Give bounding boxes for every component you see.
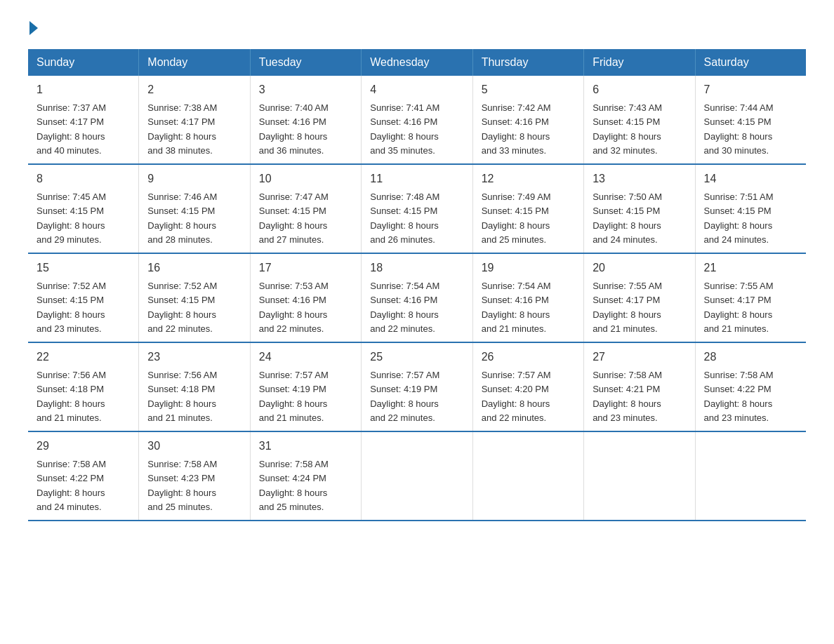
- header-monday: Monday: [139, 49, 250, 76]
- calendar-cell: 2 Sunrise: 7:38 AMSunset: 4:17 PMDayligh…: [139, 76, 250, 164]
- day-info: Sunrise: 7:49 AMSunset: 4:15 PMDaylight:…: [482, 192, 551, 245]
- day-info: Sunrise: 7:55 AMSunset: 4:17 PMDaylight:…: [593, 281, 662, 334]
- day-number: 26: [482, 349, 575, 365]
- calendar-cell: 8 Sunrise: 7:45 AMSunset: 4:15 PMDayligh…: [28, 164, 139, 253]
- day-info: Sunrise: 7:50 AMSunset: 4:15 PMDaylight:…: [593, 192, 662, 245]
- day-info: Sunrise: 7:56 AMSunset: 4:18 PMDaylight:…: [37, 370, 106, 423]
- day-number: 18: [370, 260, 463, 276]
- calendar-cell: 12 Sunrise: 7:49 AMSunset: 4:15 PMDaylig…: [472, 164, 583, 253]
- day-number: 22: [37, 349, 130, 365]
- header-wednesday: Wednesday: [362, 49, 472, 76]
- day-info: Sunrise: 7:52 AMSunset: 4:15 PMDaylight:…: [37, 281, 106, 334]
- day-info: Sunrise: 7:56 AMSunset: 4:18 PMDaylight:…: [147, 370, 217, 423]
- calendar-cell: [472, 431, 583, 521]
- day-info: Sunrise: 7:58 AMSunset: 4:22 PMDaylight:…: [37, 459, 106, 512]
- day-info: Sunrise: 7:58 AMSunset: 4:21 PMDaylight:…: [593, 370, 662, 423]
- logo-arrow-icon: [29, 21, 38, 35]
- day-number: 15: [37, 260, 130, 276]
- day-number: 13: [593, 170, 686, 187]
- calendar-week-row: 1 Sunrise: 7:37 AMSunset: 4:17 PMDayligh…: [28, 76, 806, 164]
- day-info: Sunrise: 7:47 AMSunset: 4:15 PMDaylight:…: [259, 192, 329, 245]
- calendar-cell: 22 Sunrise: 7:56 AMSunset: 4:18 PMDaylig…: [28, 342, 139, 431]
- day-info: Sunrise: 7:51 AMSunset: 4:15 PMDaylight:…: [704, 192, 774, 245]
- day-number: 6: [593, 81, 686, 98]
- calendar-cell: 10 Sunrise: 7:47 AMSunset: 4:15 PMDaylig…: [250, 164, 361, 253]
- calendar-cell: 20 Sunrise: 7:55 AMSunset: 4:17 PMDaylig…: [584, 253, 695, 342]
- day-info: Sunrise: 7:54 AMSunset: 4:16 PMDaylight:…: [370, 281, 439, 334]
- header-saturday: Saturday: [695, 49, 806, 76]
- day-info: Sunrise: 7:53 AMSunset: 4:16 PMDaylight:…: [259, 281, 329, 334]
- calendar-cell: [584, 431, 695, 521]
- calendar-cell: 9 Sunrise: 7:46 AMSunset: 4:15 PMDayligh…: [139, 164, 250, 253]
- day-info: Sunrise: 7:52 AMSunset: 4:15 PMDaylight:…: [147, 281, 217, 334]
- day-number: 4: [370, 81, 463, 98]
- day-number: 2: [147, 81, 241, 98]
- calendar-cell: 16 Sunrise: 7:52 AMSunset: 4:15 PMDaylig…: [139, 253, 250, 342]
- calendar-cell: [695, 431, 806, 521]
- calendar-cell: 5 Sunrise: 7:42 AMSunset: 4:16 PMDayligh…: [472, 76, 583, 164]
- header-tuesday: Tuesday: [250, 49, 361, 76]
- day-number: 11: [370, 170, 463, 187]
- day-number: 27: [593, 349, 686, 365]
- day-info: Sunrise: 7:54 AMSunset: 4:16 PMDaylight:…: [482, 281, 551, 334]
- day-number: 23: [147, 349, 241, 365]
- day-info: Sunrise: 7:38 AMSunset: 4:17 PMDaylight:…: [147, 102, 217, 156]
- calendar-cell: 4 Sunrise: 7:41 AMSunset: 4:16 PMDayligh…: [362, 76, 472, 164]
- day-number: 10: [259, 170, 352, 187]
- calendar-cell: 14 Sunrise: 7:51 AMSunset: 4:15 PMDaylig…: [695, 164, 806, 253]
- day-info: Sunrise: 7:58 AMSunset: 4:24 PMDaylight:…: [259, 459, 329, 512]
- header-friday: Friday: [584, 49, 695, 76]
- day-number: 5: [482, 81, 575, 98]
- calendar-cell: 3 Sunrise: 7:40 AMSunset: 4:16 PMDayligh…: [250, 76, 361, 164]
- calendar-cell: 26 Sunrise: 7:57 AMSunset: 4:20 PMDaylig…: [472, 342, 583, 431]
- calendar-cell: 11 Sunrise: 7:48 AMSunset: 4:15 PMDaylig…: [362, 164, 472, 253]
- day-info: Sunrise: 7:42 AMSunset: 4:16 PMDaylight:…: [482, 102, 551, 156]
- calendar-week-row: 22 Sunrise: 7:56 AMSunset: 4:18 PMDaylig…: [28, 342, 806, 431]
- calendar-week-row: 8 Sunrise: 7:45 AMSunset: 4:15 PMDayligh…: [28, 164, 806, 253]
- day-info: Sunrise: 7:43 AMSunset: 4:15 PMDaylight:…: [593, 102, 662, 156]
- header-thursday: Thursday: [472, 49, 583, 76]
- day-info: Sunrise: 7:40 AMSunset: 4:16 PMDaylight:…: [259, 102, 329, 156]
- page-header: [28, 21, 806, 35]
- day-number: 17: [259, 260, 352, 276]
- day-info: Sunrise: 7:44 AMSunset: 4:15 PMDaylight:…: [704, 102, 774, 156]
- day-number: 25: [370, 349, 463, 365]
- calendar-cell: 24 Sunrise: 7:57 AMSunset: 4:19 PMDaylig…: [250, 342, 361, 431]
- calendar-cell: 6 Sunrise: 7:43 AMSunset: 4:15 PMDayligh…: [584, 76, 695, 164]
- day-number: 12: [482, 170, 575, 187]
- calendar-cell: 28 Sunrise: 7:58 AMSunset: 4:22 PMDaylig…: [695, 342, 806, 431]
- day-info: Sunrise: 7:45 AMSunset: 4:15 PMDaylight:…: [37, 192, 106, 245]
- day-number: 19: [482, 260, 575, 276]
- day-info: Sunrise: 7:55 AMSunset: 4:17 PMDaylight:…: [704, 281, 774, 334]
- day-number: 21: [704, 260, 797, 276]
- day-number: 30: [147, 438, 241, 455]
- calendar-cell: 21 Sunrise: 7:55 AMSunset: 4:17 PMDaylig…: [695, 253, 806, 342]
- day-info: Sunrise: 7:58 AMSunset: 4:23 PMDaylight:…: [147, 459, 217, 512]
- calendar-cell: 19 Sunrise: 7:54 AMSunset: 4:16 PMDaylig…: [472, 253, 583, 342]
- calendar-cell: 29 Sunrise: 7:58 AMSunset: 4:22 PMDaylig…: [28, 431, 139, 521]
- day-number: 29: [37, 438, 130, 455]
- day-number: 7: [704, 81, 797, 98]
- calendar-header-row: SundayMondayTuesdayWednesdayThursdayFrid…: [28, 49, 806, 76]
- calendar-cell: 15 Sunrise: 7:52 AMSunset: 4:15 PMDaylig…: [28, 253, 139, 342]
- day-number: 14: [704, 170, 797, 187]
- day-info: Sunrise: 7:57 AMSunset: 4:20 PMDaylight:…: [482, 370, 551, 423]
- day-info: Sunrise: 7:48 AMSunset: 4:15 PMDaylight:…: [370, 192, 439, 245]
- calendar-week-row: 15 Sunrise: 7:52 AMSunset: 4:15 PMDaylig…: [28, 253, 806, 342]
- day-number: 8: [37, 170, 130, 187]
- calendar-cell: 30 Sunrise: 7:58 AMSunset: 4:23 PMDaylig…: [139, 431, 250, 521]
- day-number: 24: [259, 349, 352, 365]
- calendar-cell: 17 Sunrise: 7:53 AMSunset: 4:16 PMDaylig…: [250, 253, 361, 342]
- logo: [28, 21, 39, 35]
- calendar-cell: 1 Sunrise: 7:37 AMSunset: 4:17 PMDayligh…: [28, 76, 139, 164]
- calendar-cell: [362, 431, 472, 521]
- header-sunday: Sunday: [28, 49, 139, 76]
- day-info: Sunrise: 7:58 AMSunset: 4:22 PMDaylight:…: [704, 370, 774, 423]
- day-number: 9: [147, 170, 241, 187]
- day-number: 3: [259, 81, 352, 98]
- calendar-cell: 7 Sunrise: 7:44 AMSunset: 4:15 PMDayligh…: [695, 76, 806, 164]
- day-info: Sunrise: 7:41 AMSunset: 4:16 PMDaylight:…: [370, 102, 439, 156]
- calendar-cell: 31 Sunrise: 7:58 AMSunset: 4:24 PMDaylig…: [250, 431, 361, 521]
- day-info: Sunrise: 7:46 AMSunset: 4:15 PMDaylight:…: [147, 192, 217, 245]
- calendar-week-row: 29 Sunrise: 7:58 AMSunset: 4:22 PMDaylig…: [28, 431, 806, 521]
